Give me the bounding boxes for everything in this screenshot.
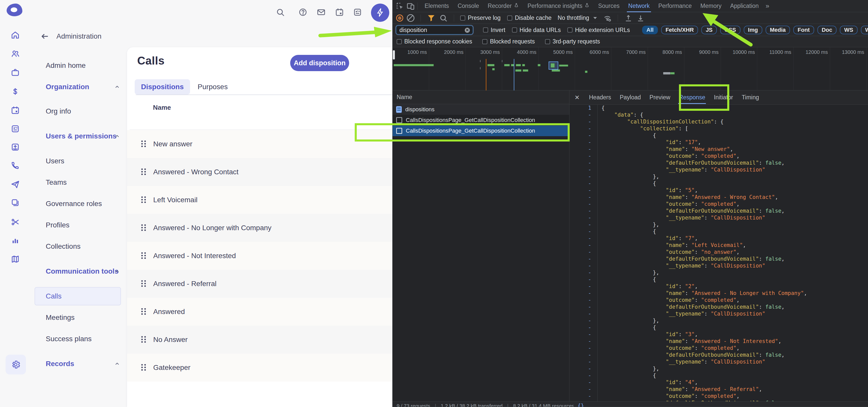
sidebar-item-org-info[interactable]: Org info [46, 106, 71, 117]
table-row[interactable]: No Answer [127, 326, 392, 354]
network-overview-timeline[interactable]: 1000 ms2000 ms3000 ms4000 ms5000 ms6000 … [393, 47, 868, 90]
avatar[interactable] [371, 4, 389, 22]
table-row[interactable]: Answered - No Longer with Company [127, 214, 392, 242]
devtools-tab-performance[interactable]: Performance [654, 0, 696, 12]
send-icon[interactable] [11, 180, 20, 189]
response-body-viewer[interactable]: 1{- "data": {- "callDispositionCollectio… [569, 105, 868, 401]
table-row[interactable]: Gatekeeper [127, 354, 392, 382]
sidebar-item-meetings[interactable]: Meetings [46, 312, 75, 323]
more-tabs-button[interactable]: » [763, 2, 772, 10]
devtools-tab-recorder[interactable]: Recorder [483, 0, 523, 12]
device-toolbar-icon[interactable] [406, 2, 415, 10]
table-row[interactable]: New answer [127, 130, 392, 158]
throttling-dropdown[interactable]: No throttling [558, 14, 597, 21]
overview-drag-handle[interactable] [393, 50, 395, 59]
sidebar-item-collections[interactable]: Collections [46, 241, 81, 252]
clear-network-log-button[interactable] [407, 14, 414, 22]
drag-handle-icon[interactable] [141, 140, 146, 148]
users-icon[interactable] [11, 49, 20, 58]
search-icon[interactable] [276, 8, 285, 17]
help-icon[interactable] [298, 8, 307, 17]
briefcase-icon[interactable] [11, 68, 20, 77]
response-tab-payload[interactable]: Payload [615, 90, 645, 105]
filter-pill-ws[interactable]: WS [840, 26, 857, 34]
filter-pill-all[interactable]: All [642, 26, 658, 34]
mail-icon[interactable] [317, 8, 326, 17]
devtools-tab-elements[interactable]: Elements [420, 0, 453, 12]
filter-pill-wasm[interactable]: Wasm [861, 26, 868, 34]
drag-handle-icon[interactable] [141, 280, 146, 287]
devtools-tab-sources[interactable]: Sources [594, 0, 624, 12]
drag-handle-icon[interactable] [141, 336, 146, 343]
filter-checkbox-blocked-response-cookies[interactable]: Blocked response cookies [397, 38, 472, 45]
request-row[interactable]: dispositions [393, 104, 569, 115]
copy-icon[interactable] [11, 198, 20, 207]
filter-pill-css[interactable]: CSS [720, 26, 740, 34]
table-row[interactable]: Answered - Wrong Contact [127, 158, 392, 186]
drag-handle-icon[interactable] [141, 168, 146, 176]
format-json-button[interactable]: {} [574, 402, 584, 407]
close-icon[interactable]: ✕ [569, 94, 585, 101]
filter-pill-js[interactable]: JS [701, 26, 717, 34]
devtools-tab-network[interactable]: Network [624, 0, 654, 12]
book-icon[interactable] [11, 255, 20, 264]
filter-pill-media[interactable]: Media [766, 26, 790, 34]
back-arrow-icon[interactable] [41, 32, 49, 41]
home-icon[interactable] [11, 30, 20, 40]
response-tab-initiator[interactable]: Initiator [709, 90, 737, 105]
response-tab-response[interactable]: Response [675, 90, 710, 105]
phone-icon[interactable] [11, 161, 20, 170]
request-row[interactable]: CallsDispositionsPage_GetCallDisposition… [393, 126, 569, 136]
sidebar-item-users-permissions[interactable]: Users & permissions [46, 131, 117, 142]
upload-icon[interactable] [11, 143, 20, 152]
settings-button[interactable] [6, 355, 26, 374]
sidebar-item-calls[interactable]: Calls [46, 291, 61, 302]
table-row[interactable]: Answered [127, 298, 392, 326]
clear-filter-icon[interactable]: ✕ [465, 28, 470, 33]
calendar-icon[interactable] [335, 8, 344, 17]
search-network-icon[interactable] [439, 14, 448, 22]
calendar-icon[interactable] [11, 106, 20, 115]
sidebar-item-governance-roles[interactable]: Governance roles [46, 198, 102, 209]
filter-checkbox-invert[interactable]: Invert [483, 27, 505, 34]
chevron-up-icon[interactable] [115, 362, 119, 366]
sidebar-item-admin-home[interactable]: Admin home [46, 60, 86, 71]
devtools-tab-performance-insights[interactable]: Performance insights [523, 0, 594, 12]
filter-pill-img[interactable]: Img [744, 26, 762, 34]
filter-checkbox-hide-data-urls[interactable]: Hide data URLs [512, 27, 561, 34]
import-har-icon[interactable] [624, 14, 633, 22]
chevron-up-icon[interactable] [115, 85, 119, 89]
devtools-tab-application[interactable]: Application [726, 0, 763, 12]
drag-handle-icon[interactable] [141, 364, 146, 371]
chevron-up-icon[interactable] [115, 134, 119, 138]
request-row[interactable]: CallsDispositionsPage_GetCallDisposition… [393, 115, 569, 126]
sidebar-item-teams[interactable]: Teams [46, 177, 67, 188]
devtools-tab-console[interactable]: Console [453, 0, 483, 12]
filter-pill-fetchxhr[interactable]: Fetch/XHR [661, 26, 698, 34]
drag-handle-icon[interactable] [141, 252, 146, 259]
filter-input[interactable] [396, 26, 473, 34]
request-list-header[interactable]: Name [393, 90, 569, 104]
drag-handle-icon[interactable] [141, 196, 146, 204]
filter-icon[interactable] [427, 14, 436, 22]
response-tab-preview[interactable]: Preview [645, 90, 675, 105]
response-tab-headers[interactable]: Headers [585, 90, 615, 105]
sidebar-item-profiles[interactable]: Profiles [46, 220, 69, 231]
table-row[interactable]: Answered - Not Interested [127, 242, 392, 270]
filter-checkbox-blocked-requests[interactable]: Blocked requests [482, 38, 535, 45]
chevron-up-icon[interactable] [115, 269, 119, 274]
preserve-log-checkbox[interactable]: Preserve log [460, 14, 501, 21]
sidebar-item-users[interactable]: Users [46, 155, 64, 167]
sidebar-item-organization[interactable]: Organization [46, 81, 89, 92]
dollar-icon[interactable] [11, 87, 20, 96]
tab-dispositions[interactable]: Dispositions [135, 79, 190, 95]
sidebar-item-communication-tools[interactable]: Communication tools [46, 266, 118, 277]
tasks-icon[interactable] [353, 8, 362, 17]
filter-pill-doc[interactable]: Doc [817, 26, 837, 34]
disable-cache-checkbox[interactable]: Disable cache [507, 14, 551, 21]
table-row[interactable]: Left Voicemail [127, 186, 392, 214]
add-disposition-button[interactable]: Add disposition [290, 55, 349, 71]
tasks-icon[interactable] [11, 124, 20, 133]
network-conditions-icon[interactable] [603, 14, 612, 22]
devtools-tab-memory[interactable]: Memory [696, 0, 726, 12]
